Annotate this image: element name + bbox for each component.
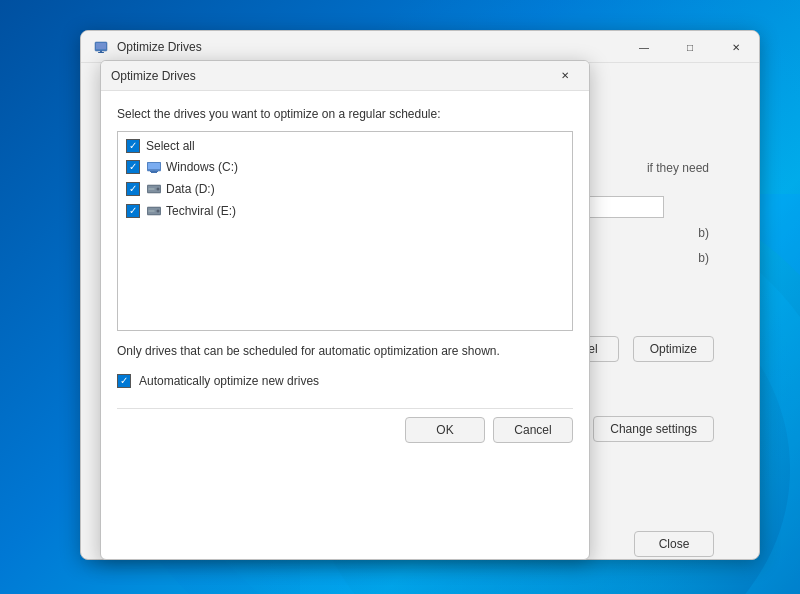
inner-titlebar: Optimize Drives ✕ [101,61,589,91]
auto-optimize-row[interactable]: Automatically optimize new drives [117,374,573,388]
drive-item-c[interactable]: Windows (C:) [118,156,572,178]
bg-close-button[interactable]: Close [634,531,714,557]
drive-d-checkbox[interactable] [126,182,140,196]
svg-rect-5 [148,163,160,169]
drive-item-e[interactable]: Techviral (E:) [118,200,572,222]
drives-listbox[interactable]: Select all Windows (C:) [117,131,573,331]
svg-point-10 [157,187,160,190]
inner-description: Select the drives you want to optimize o… [117,107,573,121]
select-all-checkbox[interactable] [126,139,140,153]
svg-rect-15 [149,210,155,211]
dialog-buttons: OK Cancel [117,408,573,443]
svg-rect-3 [98,52,104,53]
change-settings-button[interactable]: Change settings [593,416,714,442]
drive-c-checkbox[interactable] [126,160,140,174]
main-titlebar: Optimize Drives — □ ✕ [81,31,759,63]
partial-row-1: b) [698,226,709,240]
drive-c-label: Windows (C:) [166,160,238,174]
partial-row-2: b) [698,251,709,265]
ok-button[interactable]: OK [405,417,485,443]
select-all-label: Select all [146,139,195,153]
partial-text: if they need [647,161,709,175]
close-button[interactable]: ✕ [713,31,759,63]
drive-e-label: Techviral (E:) [166,204,236,218]
app-icon [93,39,109,55]
inner-dialog-close-button[interactable]: ✕ [551,65,579,87]
maximize-button[interactable]: □ [667,31,713,63]
minimize-button[interactable]: — [621,31,667,63]
drive-item-d[interactable]: Data (D:) [118,178,572,200]
auto-optimize-checkbox[interactable] [117,374,131,388]
drive-e-checkbox[interactable] [126,204,140,218]
hdd-drive-icon-d [146,181,162,197]
svg-rect-11 [149,188,155,189]
hdd-drive-icon-e [146,203,162,219]
select-all-item[interactable]: Select all [118,136,572,156]
cancel-button[interactable]: Cancel [493,417,573,443]
inner-dialog-content: Select the drives you want to optimize o… [101,91,589,459]
windows-drive-icon [146,159,162,175]
info-text: Only drives that can be scheduled for au… [117,343,573,360]
inner-dialog: Optimize Drives ✕ Select the drives you … [100,60,590,560]
inner-dialog-title: Optimize Drives [111,69,551,83]
auto-optimize-label: Automatically optimize new drives [139,374,319,388]
svg-point-14 [157,209,160,212]
svg-rect-1 [96,43,106,49]
svg-rect-7 [151,171,157,173]
drive-d-label: Data (D:) [166,182,215,196]
titlebar-controls: — □ ✕ [621,31,759,63]
bg-optimize-button[interactable]: Optimize [633,336,714,362]
